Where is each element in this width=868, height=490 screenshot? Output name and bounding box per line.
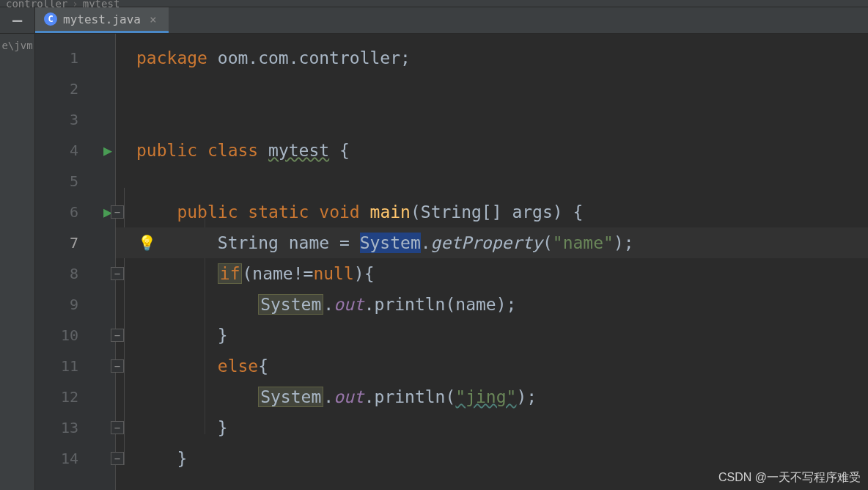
line-number: 1 xyxy=(70,49,78,67)
code-line xyxy=(116,166,868,197)
fold-minus-icon[interactable]: − xyxy=(111,359,124,373)
line-number: 10 xyxy=(61,326,78,344)
fold-minus-icon[interactable]: − xyxy=(111,421,124,434)
code-line: package oom.com.controller; xyxy=(116,43,868,73)
line-number: 3 xyxy=(70,111,78,128)
line-number: 6 xyxy=(70,203,78,221)
code-line: String name = System.getProperty("name")… xyxy=(116,227,868,258)
line-number: 4 xyxy=(70,142,78,159)
code-editor[interactable]: package oom.com.controller; public class… xyxy=(116,34,868,490)
fold-minus-icon[interactable]: − xyxy=(111,267,124,280)
tool-window-label[interactable]: e\jvm xyxy=(0,34,35,490)
fold-minus-icon[interactable]: − xyxy=(111,452,124,465)
code-line: else{ xyxy=(116,351,868,381)
bulb-icon[interactable]: 💡 xyxy=(138,234,156,252)
watermark: CSDN @一天不写程序难受 xyxy=(718,470,861,486)
editor-gutter: 1 2 3 4▶ 5 6▶− 7💡 8− 9 10− 11− 12 13− 14… xyxy=(35,34,116,490)
fold-minus-icon[interactable]: − xyxy=(111,329,124,342)
tab-label: mytest.java xyxy=(63,12,141,26)
java-class-icon: C xyxy=(44,12,57,26)
line-number: 13 xyxy=(61,419,78,436)
close-icon[interactable]: × xyxy=(150,12,157,26)
tab-mytest[interactable]: C mytest.java × xyxy=(35,7,169,33)
code-line: System.out.println("jing"); xyxy=(116,381,868,412)
code-line: if(name!=null){ xyxy=(116,258,868,289)
code-line: System.out.println(name); xyxy=(116,289,868,320)
fold-minus-icon[interactable]: − xyxy=(111,205,124,219)
editor-tab-row: — C mytest.java × xyxy=(0,7,868,34)
breadcrumb: controller › mytest xyxy=(0,0,868,7)
line-number: 2 xyxy=(70,80,78,98)
code-line: public static void main(String[] args) { xyxy=(116,197,868,227)
code-line xyxy=(116,104,868,135)
code-line: } xyxy=(116,412,868,443)
line-number: 12 xyxy=(61,388,78,406)
run-gutter-icon[interactable]: ▶ xyxy=(103,142,112,159)
line-number: 5 xyxy=(70,172,78,190)
code-line: } xyxy=(116,443,868,474)
line-number: 14 xyxy=(61,450,78,467)
code-line: } xyxy=(116,320,868,351)
line-number: 11 xyxy=(61,357,78,375)
minimize-icon[interactable]: — xyxy=(0,7,35,33)
line-number: 8 xyxy=(70,265,78,282)
line-number: 9 xyxy=(70,296,78,313)
code-line xyxy=(116,73,868,104)
line-number: 7 xyxy=(70,234,78,252)
code-line: public class mytest { xyxy=(116,135,868,166)
